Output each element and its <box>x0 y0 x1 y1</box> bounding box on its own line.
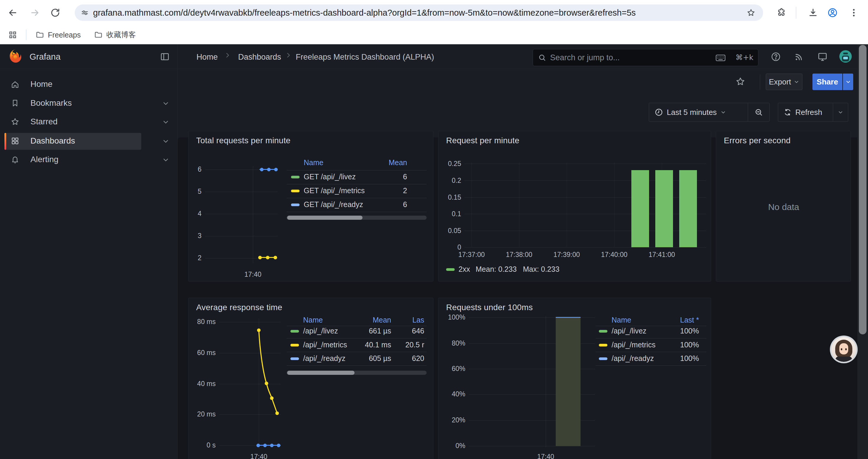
chevron-down-icon <box>838 109 843 115</box>
breadcrumb-home[interactable]: Home <box>196 53 218 62</box>
grafana-brand[interactable]: Grafana <box>30 52 61 62</box>
series-color-pill[interactable] <box>291 203 300 206</box>
legend-divider <box>286 184 427 184</box>
legend-divider <box>596 326 706 326</box>
active-indicator <box>4 133 6 150</box>
bookmark-folder-label[interactable]: 收藏博客 <box>106 25 136 44</box>
y-tick: 0.05 <box>438 227 461 235</box>
legend-divider <box>286 212 427 212</box>
panel-title[interactable]: Average response time <box>196 303 282 312</box>
grafana-logo[interactable] <box>8 48 23 65</box>
legend-header-last[interactable]: Las <box>412 316 424 324</box>
time-range-picker[interactable]: Last 5 minutes <box>649 108 748 117</box>
zoom-out-button[interactable] <box>748 108 769 117</box>
browser-back-icon[interactable] <box>7 7 18 19</box>
legend-scrollbar[interactable] <box>286 216 427 220</box>
bookmark-icon <box>11 99 20 109</box>
sidebar-item-bookmarks[interactable]: Bookmarks <box>30 98 72 108</box>
series-color-pill[interactable] <box>290 357 299 360</box>
legend-label[interactable]: /api/_/readyz <box>303 354 345 363</box>
legend-label[interactable]: /api/_/livez <box>303 327 338 335</box>
series-color-pill[interactable] <box>291 190 300 192</box>
downloads-icon[interactable] <box>808 7 818 19</box>
floating-assistant-avatar[interactable] <box>830 335 858 363</box>
legend-scrollbar-thumb[interactable] <box>287 371 354 375</box>
browser-menu-icon[interactable] <box>848 7 859 19</box>
panel-title[interactable]: Requests under 100ms <box>446 303 533 312</box>
refresh-interval-button[interactable] <box>833 109 848 115</box>
series-color-pill[interactable] <box>446 268 455 271</box>
series-color-pill[interactable] <box>290 330 299 333</box>
series-color-pill[interactable] <box>599 330 608 333</box>
page-scrollbar-thumb[interactable] <box>859 45 867 334</box>
y-tick: 100% <box>438 314 465 321</box>
panel-title[interactable]: Errors per second <box>724 136 790 145</box>
legend-header-name[interactable]: Name <box>612 316 631 324</box>
panel-title[interactable]: Total requests per minute <box>196 136 290 145</box>
legend-table: Name Mean GET /api/_/livez 6 GET /api/_/… <box>286 158 427 226</box>
export-button[interactable]: Export <box>766 73 802 90</box>
kiosk-monitor-icon[interactable] <box>817 52 828 63</box>
sidebar-item-alerting[interactable]: Alerting <box>30 155 59 164</box>
y-tick: 3 <box>188 232 202 240</box>
legend-label[interactable]: GET /api/_/livez <box>304 172 356 181</box>
legend-series[interactable]: 2xx <box>459 265 470 273</box>
series-color-pill[interactable] <box>291 176 300 178</box>
series-color-pill[interactable] <box>599 357 608 360</box>
browser-reload-icon[interactable] <box>50 7 61 19</box>
chevron-down-icon[interactable] <box>162 118 169 127</box>
refresh-button[interactable]: Refresh <box>778 108 833 117</box>
legend-label[interactable]: GET /api/_/readyz <box>304 200 363 209</box>
series-curve-metrics <box>219 316 284 449</box>
legend-scrollbar[interactable] <box>286 371 427 375</box>
news-rss-icon[interactable] <box>794 52 804 63</box>
bookmark-folder-label[interactable]: Freeleaps <box>48 25 81 44</box>
legend-header-mean[interactable]: Mean <box>373 316 391 324</box>
apps-grid-icon[interactable] <box>8 30 18 41</box>
sidebar-item-starred[interactable]: Starred <box>30 117 58 126</box>
favorite-star-icon[interactable] <box>735 76 745 88</box>
chevron-down-icon[interactable] <box>162 156 169 165</box>
url-text[interactable]: grafana.mathmast.com/d/deytv4rwavabkb/fr… <box>93 4 636 21</box>
chevron-down-icon[interactable] <box>162 100 169 108</box>
site-settings-icon[interactable] <box>81 8 89 18</box>
breadcrumb-dashboards[interactable]: Dashboards <box>238 53 281 62</box>
legend-header-mean[interactable]: Mean <box>389 158 407 167</box>
legend-label[interactable]: /api/_/livez <box>612 327 646 335</box>
sidebar-item-dashboards[interactable]: Dashboards <box>30 136 75 145</box>
legend-divider <box>596 365 706 366</box>
user-avatar[interactable] <box>839 50 852 63</box>
search-input[interactable]: Search or jump to... ⌘+k <box>533 49 758 66</box>
series-color-pill[interactable] <box>290 344 299 347</box>
chevron-down-icon <box>720 109 726 115</box>
share-button[interactable]: Share <box>812 73 842 90</box>
legend-header-name[interactable]: Name <box>303 316 323 324</box>
legend-value: 6 <box>403 200 407 209</box>
legend-header-last[interactable]: Last * <box>680 316 699 324</box>
chevron-down-icon[interactable] <box>162 137 169 146</box>
legend-label[interactable]: GET /api/_/metrics <box>304 186 365 195</box>
panel-title[interactable]: Request per minute <box>446 136 519 145</box>
legend-mean: Mean: 0.233 <box>476 265 517 273</box>
legend-label[interactable]: /api/_/readyz <box>612 354 654 363</box>
help-icon[interactable] <box>771 52 781 63</box>
series-color-pill[interactable] <box>599 344 608 347</box>
url-bar[interactable]: grafana.mathmast.com/d/deytv4rwavabkb/fr… <box>75 4 763 21</box>
legend-header-name[interactable]: Name <box>304 158 323 167</box>
legend-label[interactable]: /api/_/metrics <box>612 340 656 349</box>
extensions-icon[interactable] <box>776 7 786 19</box>
legend-value-last: 646 <box>412 327 424 335</box>
search-shortcut: ⌘+k <box>736 49 753 66</box>
legend-scrollbar-thumb[interactable] <box>287 216 363 220</box>
data-point <box>256 444 260 447</box>
browser-forward-icon[interactable] <box>30 7 40 19</box>
bookmark-star-icon[interactable] <box>747 8 755 18</box>
sidebar-collapse-icon[interactable] <box>159 52 170 63</box>
share-menu-button[interactable] <box>843 73 853 90</box>
profile-icon[interactable] <box>827 7 838 19</box>
y-tick: 0.25 <box>438 160 461 168</box>
y-tick: 6 <box>188 165 202 173</box>
dashboards-grid-icon <box>11 136 20 146</box>
legend-label[interactable]: /api/_/metrics <box>303 340 347 349</box>
sidebar-item-home[interactable]: Home <box>30 79 53 89</box>
